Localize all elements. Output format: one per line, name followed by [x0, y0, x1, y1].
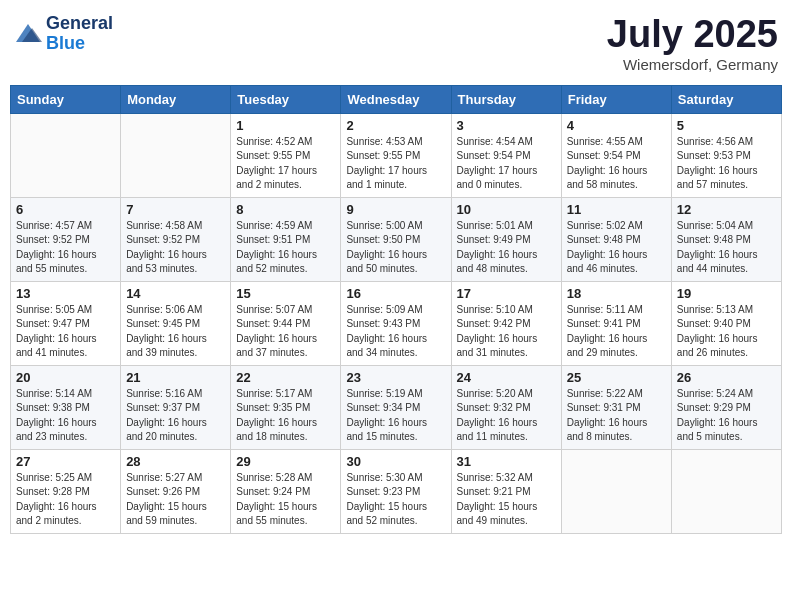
- calendar-day-cell: 17Sunrise: 5:10 AM Sunset: 9:42 PM Dayli…: [451, 281, 561, 365]
- day-info: Sunrise: 5:16 AM Sunset: 9:37 PM Dayligh…: [126, 387, 225, 445]
- header: General Blue July 2025 Wiemersdorf, Germ…: [10, 10, 782, 77]
- calendar-header-cell: Friday: [561, 85, 671, 113]
- day-number: 6: [16, 202, 115, 217]
- day-info: Sunrise: 5:10 AM Sunset: 9:42 PM Dayligh…: [457, 303, 556, 361]
- calendar-day-cell: 26Sunrise: 5:24 AM Sunset: 9:29 PM Dayli…: [671, 365, 781, 449]
- day-info: Sunrise: 5:01 AM Sunset: 9:49 PM Dayligh…: [457, 219, 556, 277]
- day-info: Sunrise: 4:54 AM Sunset: 9:54 PM Dayligh…: [457, 135, 556, 193]
- calendar-day-cell: 24Sunrise: 5:20 AM Sunset: 9:32 PM Dayli…: [451, 365, 561, 449]
- location-title: Wiemersdorf, Germany: [607, 56, 778, 73]
- calendar-day-cell: 10Sunrise: 5:01 AM Sunset: 9:49 PM Dayli…: [451, 197, 561, 281]
- calendar-day-cell: 23Sunrise: 5:19 AM Sunset: 9:34 PM Dayli…: [341, 365, 451, 449]
- day-number: 9: [346, 202, 445, 217]
- calendar-header-row: SundayMondayTuesdayWednesdayThursdayFrid…: [11, 85, 782, 113]
- month-title: July 2025: [607, 14, 778, 56]
- logo-general: General: [46, 13, 113, 33]
- calendar-header-cell: Thursday: [451, 85, 561, 113]
- day-info: Sunrise: 5:20 AM Sunset: 9:32 PM Dayligh…: [457, 387, 556, 445]
- calendar-header-cell: Tuesday: [231, 85, 341, 113]
- day-info: Sunrise: 5:04 AM Sunset: 9:48 PM Dayligh…: [677, 219, 776, 277]
- calendar-day-cell: 6Sunrise: 4:57 AM Sunset: 9:52 PM Daylig…: [11, 197, 121, 281]
- calendar-week-row: 6Sunrise: 4:57 AM Sunset: 9:52 PM Daylig…: [11, 197, 782, 281]
- day-info: Sunrise: 4:56 AM Sunset: 9:53 PM Dayligh…: [677, 135, 776, 193]
- calendar-week-row: 20Sunrise: 5:14 AM Sunset: 9:38 PM Dayli…: [11, 365, 782, 449]
- calendar: SundayMondayTuesdayWednesdayThursdayFrid…: [10, 85, 782, 534]
- calendar-day-cell: 12Sunrise: 5:04 AM Sunset: 9:48 PM Dayli…: [671, 197, 781, 281]
- day-number: 15: [236, 286, 335, 301]
- logo-icon: [14, 20, 42, 48]
- day-number: 12: [677, 202, 776, 217]
- calendar-day-cell: 29Sunrise: 5:28 AM Sunset: 9:24 PM Dayli…: [231, 449, 341, 533]
- day-number: 29: [236, 454, 335, 469]
- day-info: Sunrise: 4:55 AM Sunset: 9:54 PM Dayligh…: [567, 135, 666, 193]
- day-info: Sunrise: 5:09 AM Sunset: 9:43 PM Dayligh…: [346, 303, 445, 361]
- day-number: 19: [677, 286, 776, 301]
- day-number: 30: [346, 454, 445, 469]
- day-number: 22: [236, 370, 335, 385]
- calendar-week-row: 27Sunrise: 5:25 AM Sunset: 9:28 PM Dayli…: [11, 449, 782, 533]
- day-info: Sunrise: 5:00 AM Sunset: 9:50 PM Dayligh…: [346, 219, 445, 277]
- calendar-day-cell: [671, 449, 781, 533]
- day-info: Sunrise: 5:32 AM Sunset: 9:21 PM Dayligh…: [457, 471, 556, 529]
- day-number: 31: [457, 454, 556, 469]
- calendar-day-cell: 15Sunrise: 5:07 AM Sunset: 9:44 PM Dayli…: [231, 281, 341, 365]
- calendar-day-cell: [121, 113, 231, 197]
- day-number: 5: [677, 118, 776, 133]
- calendar-day-cell: 30Sunrise: 5:30 AM Sunset: 9:23 PM Dayli…: [341, 449, 451, 533]
- title-section: July 2025 Wiemersdorf, Germany: [607, 14, 778, 73]
- day-info: Sunrise: 5:06 AM Sunset: 9:45 PM Dayligh…: [126, 303, 225, 361]
- day-info: Sunrise: 4:58 AM Sunset: 9:52 PM Dayligh…: [126, 219, 225, 277]
- calendar-day-cell: 11Sunrise: 5:02 AM Sunset: 9:48 PM Dayli…: [561, 197, 671, 281]
- calendar-header-cell: Wednesday: [341, 85, 451, 113]
- day-info: Sunrise: 5:22 AM Sunset: 9:31 PM Dayligh…: [567, 387, 666, 445]
- calendar-day-cell: 20Sunrise: 5:14 AM Sunset: 9:38 PM Dayli…: [11, 365, 121, 449]
- calendar-day-cell: [11, 113, 121, 197]
- calendar-day-cell: 31Sunrise: 5:32 AM Sunset: 9:21 PM Dayli…: [451, 449, 561, 533]
- day-info: Sunrise: 5:07 AM Sunset: 9:44 PM Dayligh…: [236, 303, 335, 361]
- day-number: 27: [16, 454, 115, 469]
- day-info: Sunrise: 5:13 AM Sunset: 9:40 PM Dayligh…: [677, 303, 776, 361]
- calendar-day-cell: 19Sunrise: 5:13 AM Sunset: 9:40 PM Dayli…: [671, 281, 781, 365]
- day-number: 25: [567, 370, 666, 385]
- day-number: 28: [126, 454, 225, 469]
- day-number: 11: [567, 202, 666, 217]
- logo: General Blue: [14, 14, 113, 54]
- calendar-day-cell: 21Sunrise: 5:16 AM Sunset: 9:37 PM Dayli…: [121, 365, 231, 449]
- day-number: 1: [236, 118, 335, 133]
- day-number: 2: [346, 118, 445, 133]
- calendar-day-cell: 1Sunrise: 4:52 AM Sunset: 9:55 PM Daylig…: [231, 113, 341, 197]
- logo-text: General Blue: [46, 14, 113, 54]
- calendar-day-cell: 9Sunrise: 5:00 AM Sunset: 9:50 PM Daylig…: [341, 197, 451, 281]
- day-info: Sunrise: 5:30 AM Sunset: 9:23 PM Dayligh…: [346, 471, 445, 529]
- day-info: Sunrise: 5:25 AM Sunset: 9:28 PM Dayligh…: [16, 471, 115, 529]
- calendar-day-cell: 4Sunrise: 4:55 AM Sunset: 9:54 PM Daylig…: [561, 113, 671, 197]
- calendar-day-cell: 2Sunrise: 4:53 AM Sunset: 9:55 PM Daylig…: [341, 113, 451, 197]
- calendar-day-cell: 8Sunrise: 4:59 AM Sunset: 9:51 PM Daylig…: [231, 197, 341, 281]
- day-number: 24: [457, 370, 556, 385]
- day-number: 16: [346, 286, 445, 301]
- day-info: Sunrise: 5:02 AM Sunset: 9:48 PM Dayligh…: [567, 219, 666, 277]
- calendar-day-cell: 5Sunrise: 4:56 AM Sunset: 9:53 PM Daylig…: [671, 113, 781, 197]
- logo-blue: Blue: [46, 33, 85, 53]
- calendar-week-row: 1Sunrise: 4:52 AM Sunset: 9:55 PM Daylig…: [11, 113, 782, 197]
- day-number: 17: [457, 286, 556, 301]
- calendar-day-cell: 3Sunrise: 4:54 AM Sunset: 9:54 PM Daylig…: [451, 113, 561, 197]
- calendar-day-cell: 28Sunrise: 5:27 AM Sunset: 9:26 PM Dayli…: [121, 449, 231, 533]
- day-number: 18: [567, 286, 666, 301]
- day-number: 21: [126, 370, 225, 385]
- calendar-week-row: 13Sunrise: 5:05 AM Sunset: 9:47 PM Dayli…: [11, 281, 782, 365]
- day-info: Sunrise: 4:59 AM Sunset: 9:51 PM Dayligh…: [236, 219, 335, 277]
- day-number: 7: [126, 202, 225, 217]
- calendar-header-cell: Saturday: [671, 85, 781, 113]
- calendar-body: 1Sunrise: 4:52 AM Sunset: 9:55 PM Daylig…: [11, 113, 782, 533]
- day-number: 13: [16, 286, 115, 301]
- day-number: 4: [567, 118, 666, 133]
- calendar-day-cell: 16Sunrise: 5:09 AM Sunset: 9:43 PM Dayli…: [341, 281, 451, 365]
- day-number: 20: [16, 370, 115, 385]
- day-info: Sunrise: 4:57 AM Sunset: 9:52 PM Dayligh…: [16, 219, 115, 277]
- day-number: 3: [457, 118, 556, 133]
- calendar-header-cell: Monday: [121, 85, 231, 113]
- day-info: Sunrise: 4:53 AM Sunset: 9:55 PM Dayligh…: [346, 135, 445, 193]
- calendar-day-cell: 14Sunrise: 5:06 AM Sunset: 9:45 PM Dayli…: [121, 281, 231, 365]
- day-info: Sunrise: 4:52 AM Sunset: 9:55 PM Dayligh…: [236, 135, 335, 193]
